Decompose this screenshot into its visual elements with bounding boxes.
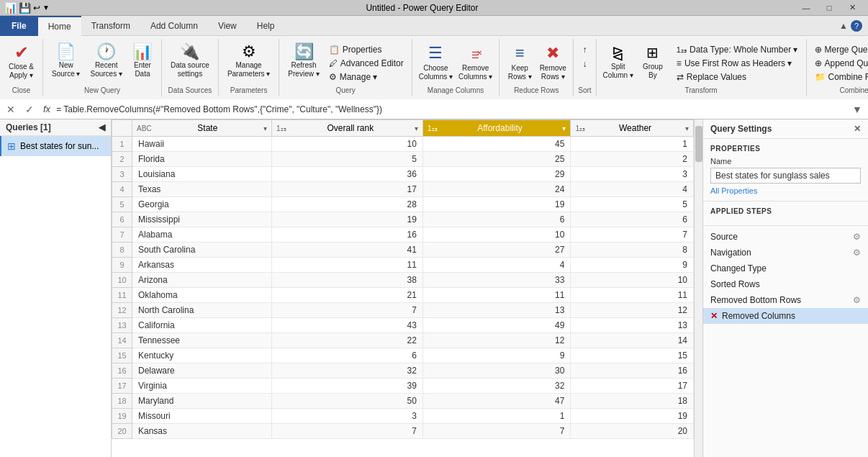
tab-view[interactable]: View [208, 16, 247, 36]
step-label: Removed Columns [722, 311, 795, 321]
data-table: ABC State ▾ 1₂₃ Overall rank ▾ [112, 119, 694, 439]
ribbon-group-query: 🔄 RefreshPreview ▾ 📋 Properties 🖊 Advanc… [279, 39, 412, 96]
keep-rows-button[interactable]: ≡ KeepRows ▾ [504, 42, 535, 83]
col-arrow-state[interactable]: ▾ [263, 125, 267, 132]
step-settings-icon[interactable]: ⚙ [853, 248, 861, 258]
dropdown-arrow-icon[interactable]: ▼ [42, 4, 50, 12]
data-table-wrapper[interactable]: ABC State ▾ 1₂₃ Overall rank ▾ [112, 119, 694, 457]
expand-formula-button[interactable]: ▼ [849, 101, 865, 117]
cancel-formula-button[interactable]: ✕ [3, 101, 19, 117]
append-queries-button[interactable]: ⊕ Append Queries ▾ [811, 57, 869, 70]
applied-step[interactable]: Removed Bottom Rows⚙ [703, 292, 868, 308]
table-row: 17Virginia393217 [112, 379, 694, 394]
step-settings-icon[interactable]: ⚙ [853, 232, 861, 242]
close-window-button[interactable]: ✕ [841, 0, 864, 16]
all-properties-link[interactable]: All Properties [710, 186, 861, 195]
sort-ascending-button[interactable]: ↑ [579, 43, 590, 56]
step-settings-icon[interactable]: ⚙ [853, 295, 861, 305]
tab-help[interactable]: Help [247, 16, 285, 36]
properties-button[interactable]: 📋 Properties [325, 43, 407, 56]
use-first-row-button[interactable]: ≡ Use First Row as Headers ▾ [673, 57, 802, 70]
scrollbar-thumb[interactable] [695, 126, 702, 162]
choose-columns-button[interactable]: ☰ ChooseColumns ▾ [417, 42, 455, 83]
query-item-0[interactable]: ⊞ Best states for sun... [0, 136, 111, 156]
tab-home[interactable]: Home [38, 16, 81, 36]
ribbon-content: ✔ Close &Apply ▾ Close 📄 NewSource ▾ 🕐 R… [0, 36, 868, 99]
replace-values-button[interactable]: ⇄ Replace Values [673, 71, 802, 83]
applied-step[interactable]: Sorted Rows [703, 276, 868, 292]
remove-columns-button[interactable]: ☰✕ RemoveColumns ▾ [456, 42, 494, 83]
tab-add-column[interactable]: Add Column [140, 16, 208, 36]
combine-files-button[interactable]: 📁 Combine Files [811, 71, 869, 83]
cell-state: Mississippi [132, 212, 272, 227]
col-header-affordability: 1₂₃ Affordability ▾ [422, 120, 570, 137]
help-icon[interactable]: ? [851, 20, 862, 32]
formula-input[interactable] [56, 101, 846, 117]
col-arrow-overall[interactable]: ▾ [415, 125, 418, 132]
cell-state: Louisiana [132, 167, 272, 182]
applied-step[interactable]: ✕Removed Columns [703, 308, 868, 324]
combine-group-label: Combine [840, 85, 868, 95]
new-source-button[interactable]: 📄 NewSource ▾ [48, 42, 84, 81]
minimize-button[interactable]: — [795, 0, 818, 16]
cell-state: Delaware [132, 363, 272, 379]
enter-data-button[interactable]: 📊 EnterData [128, 42, 157, 81]
cell-state: Georgia [132, 197, 272, 212]
cell-state: Oklahoma [132, 288, 272, 303]
col-header-state: ABC State ▾ [132, 120, 272, 137]
split-column-button[interactable]: ⧎ SplitColumn ▾ [601, 42, 636, 82]
data-source-settings-button[interactable]: 🔌 Data sourcesettings [166, 42, 214, 81]
app-icon: 📊 [4, 2, 17, 14]
col-arrow-weather[interactable]: ▾ [685, 125, 689, 132]
recent-sources-button[interactable]: 🕐 RecentSources ▾ [86, 42, 126, 81]
advanced-editor-button[interactable]: 🖊 Advanced Editor [325, 57, 407, 70]
tab-transform[interactable]: Transform [81, 16, 140, 36]
close-settings-icon[interactable]: ✕ [854, 124, 861, 134]
group-by-icon: ⊞ [646, 44, 659, 61]
table-row: 15Kentucky6915 [112, 348, 694, 363]
collapse-ribbon-icon[interactable]: ▲ [839, 21, 848, 31]
query-buttons: 🔄 RefreshPreview ▾ 📋 Properties 🖊 Advanc… [284, 40, 407, 85]
vertical-scrollbar[interactable] [694, 119, 702, 457]
merge-queries-button[interactable]: ⊕ Merge Queries ▾ [811, 43, 869, 56]
data-type-icon: 1₂₃ [677, 45, 687, 55]
applied-step[interactable]: Changed Type [703, 261, 868, 276]
cell-weather: 10 [571, 273, 694, 288]
ribbon-tabs: File Home Transform Add Column View Help… [0, 16, 868, 36]
col-arrow-affordability[interactable]: ▾ [562, 125, 566, 132]
tab-file[interactable]: File [0, 16, 38, 36]
cell-affordability: 47 [422, 394, 570, 409]
queries-title: Queries [1] [6, 122, 51, 132]
applied-step[interactable]: Source⚙ [703, 229, 868, 245]
data-sources-buttons: 🔌 Data sourcesettings [166, 40, 214, 85]
new-source-icon: 📄 [56, 44, 76, 60]
close-apply-button[interactable]: ✔ Close &Apply ▾ [4, 42, 38, 82]
manage-parameters-button[interactable]: ⚙ ManageParameters ▾ [223, 42, 274, 81]
cell-weather: 8 [571, 243, 694, 258]
undo-icon[interactable]: ↩ [33, 3, 40, 13]
save-icon[interactable]: 💾 [19, 2, 31, 14]
refresh-preview-button[interactable]: 🔄 RefreshPreview ▾ [284, 42, 323, 81]
sort-descending-button[interactable]: ↓ [579, 58, 590, 71]
step-label: Navigation [710, 248, 751, 258]
cell-weather: 11 [571, 288, 694, 303]
cell-overall-rank: 10 [272, 137, 423, 152]
collapse-queries-icon[interactable]: ◀ [99, 122, 105, 132]
restore-button[interactable]: □ [818, 0, 841, 16]
data-type-button[interactable]: 1₂₃ Data Type: Whole Number ▾ [673, 43, 802, 56]
remove-rows-button[interactable]: ✖ RemoveRows ▾ [537, 42, 569, 83]
confirm-formula-button[interactable]: ✓ [22, 101, 37, 117]
query-name-input[interactable] [710, 168, 861, 184]
cell-overall-rank: 36 [272, 167, 423, 182]
cell-state: Kentucky [132, 348, 272, 363]
manage-button[interactable]: ⚙ Manage ▾ [325, 71, 407, 83]
remove-columns-label: RemoveColumns ▾ [458, 64, 492, 81]
cell-weather: 14 [571, 333, 694, 348]
enter-data-icon: 📊 [132, 44, 152, 60]
cell-state: Arkansas [132, 258, 272, 273]
step-delete-icon[interactable]: ✕ [710, 311, 718, 321]
applied-step[interactable]: Navigation⚙ [703, 245, 868, 261]
cell-state: Alabama [132, 227, 272, 243]
group-by-button[interactable]: ⊞ GroupBy [637, 42, 669, 82]
data-type-label: Data Type: Whole Number ▾ [690, 45, 798, 55]
